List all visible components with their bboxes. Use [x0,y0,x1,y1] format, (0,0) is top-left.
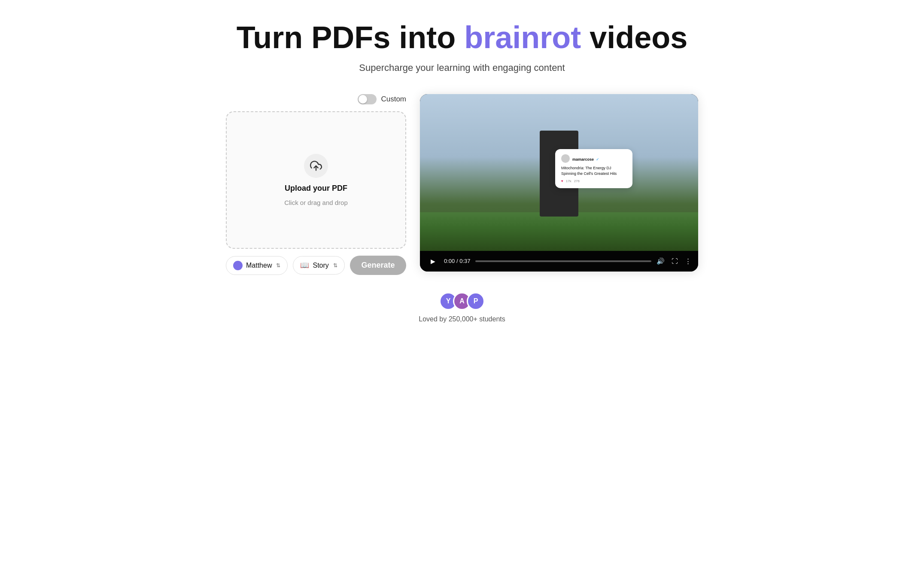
tweet-likes-icon: ♥ [561,179,563,183]
voice-select-button[interactable]: Matthew ⇅ [226,256,288,275]
upload-zone[interactable]: Upload your PDF Click or drag and drop [226,111,406,249]
loved-text: Loved by 250,000+ students [419,315,505,323]
upload-title: Upload your PDF [285,184,347,193]
style-chevron-icon: ⇅ [333,263,337,269]
video-controls-bar: ▶ 0:00 / 0:37 🔊 ⛶ ⋮ [420,251,698,272]
voice-label: Matthew [246,262,272,269]
avatars-row: Y A P [439,292,485,310]
fullscreen-icon[interactable]: ⛶ [672,257,678,265]
voice-chevron-icon: ⇅ [276,263,280,269]
upload-icon [310,160,322,172]
left-panel: Custom Upload your PDF Click or drag and… [226,94,406,275]
toggle-knob [359,95,367,104]
style-label: Story [313,262,328,269]
tweet-text: Mitochondria: The Energy DJ Spinning the… [561,165,626,176]
more-icon[interactable]: ⋮ [685,257,691,265]
video-time: 0:00 / 0:37 [444,258,470,264]
video-control-icons: 🔊 ⛶ ⋮ [657,257,691,265]
volume-icon[interactable]: 🔊 [657,257,665,265]
tweet-verified-icon: ✓ [596,157,599,162]
generate-button[interactable]: Generate [350,256,406,275]
video-panel: mamarcose ✓ Mitochondria: The Energy DJ … [420,94,698,272]
custom-toggle-row: Custom [226,94,406,104]
video-ground [420,212,698,251]
controls-row: Matthew ⇅ 📖 Story ⇅ Generate [226,256,406,275]
tweet-header: mamarcose ✓ [561,154,626,163]
hero-subtitle: Supercharge your learning with engaging … [359,62,565,73]
social-proof: Y A P Loved by 250,000+ students [419,292,505,323]
hero-title-suffix: videos [581,20,687,55]
tweet-comments: 276 [574,179,580,183]
main-area: Custom Upload your PDF Click or drag and… [226,94,698,275]
voice-avatar-dot [233,261,243,270]
video-total-time: 0:37 [459,258,470,264]
custom-toggle[interactable] [358,94,377,104]
upload-icon-circle [304,154,328,178]
style-book-icon: 📖 [300,261,309,270]
hero-title-highlight: brainrot [464,20,581,55]
custom-toggle-label: Custom [381,95,406,104]
video-progress-bar[interactable] [475,260,651,262]
play-button[interactable]: ▶ [427,255,439,267]
video-container: mamarcose ✓ Mitochondria: The Energy DJ … [420,94,698,251]
tweet-overlay: mamarcose ✓ Mitochondria: The Energy DJ … [555,149,632,188]
style-select-button[interactable]: 📖 Story ⇅ [293,256,344,275]
tweet-likes: 17k [566,179,571,183]
upload-subtitle: Click or drag and drop [284,199,348,206]
video-current-time: 0:00 [444,258,455,264]
hero-title-prefix: Turn PDFs into [237,20,465,55]
tweet-avatar [561,154,570,163]
hero-title: Turn PDFs into brainrot videos [237,21,688,55]
tweet-handle: mamarcose [572,157,594,162]
user-avatar-p: P [467,292,485,310]
tweet-stats: ♥ 17k 276 [561,179,626,183]
